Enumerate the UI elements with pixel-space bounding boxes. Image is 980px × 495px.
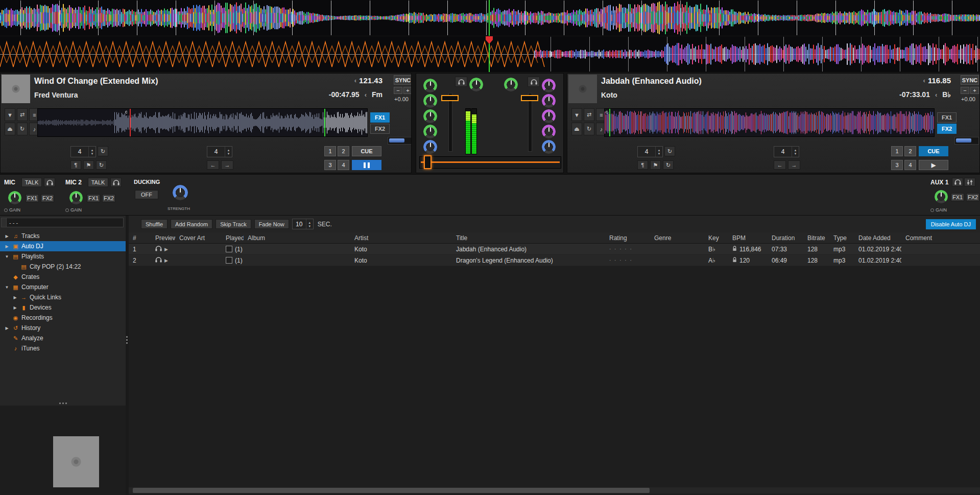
- column-header-album[interactable]: Album: [244, 234, 350, 242]
- sync-button[interactable]: SYNC: [394, 75, 412, 85]
- column-header-duration[interactable]: Duration: [768, 234, 803, 242]
- search-input[interactable]: [7, 218, 124, 227]
- deck2-cover-art[interactable]: [568, 75, 597, 103]
- scrolling-waveform-deck2[interactable]: [0, 36, 980, 72]
- skip-track-button[interactable]: Skip Track: [216, 219, 251, 229]
- preview-play-icon[interactable]: ▶: [164, 258, 168, 263]
- fx1-assign-button[interactable]: FX1: [370, 112, 390, 123]
- slip-mode-icon[interactable]: ▼: [5, 108, 15, 121]
- deck1-eq-mid-knob[interactable]: [423, 109, 437, 123]
- hotcue-flag-icon[interactable]: ⚑: [650, 160, 661, 170]
- track-title[interactable]: Jabdah (Enhanced Audio): [601, 77, 702, 86]
- cue-button[interactable]: CUE: [919, 146, 948, 156]
- mic1-fx2-button[interactable]: FX2: [41, 194, 54, 202]
- hotcue-4-button[interactable]: 4: [904, 160, 916, 170]
- cell-played[interactable]: (1): [222, 257, 244, 264]
- fader-handle[interactable]: [521, 95, 538, 101]
- loop-icon[interactable]: ↻: [17, 123, 28, 135]
- collapse-icon[interactable]: ▼: [4, 285, 10, 290]
- pitch-slider-handle[interactable]: [389, 138, 404, 143]
- cell-preview[interactable]: ▶: [151, 257, 175, 264]
- ducking-off-button[interactable]: OFF: [135, 190, 158, 199]
- played-checkbox[interactable]: [226, 246, 232, 252]
- pitch-slider[interactable]: [388, 137, 412, 145]
- mic1-fx1-button[interactable]: FX1: [26, 194, 39, 202]
- sync-button[interactable]: SYNC: [961, 75, 979, 85]
- column-header-played[interactable]: Played: [222, 234, 244, 242]
- shuffle-button[interactable]: Shuffle: [141, 219, 168, 229]
- column-header-artist[interactable]: Artist: [350, 234, 452, 242]
- expand-icon[interactable]: ▶: [12, 295, 18, 300]
- bpm-lock-icon[interactable]: [732, 257, 737, 264]
- splitter-handle[interactable]: [59, 403, 67, 404]
- sidebar-item-itunes[interactable]: ♪iTunes: [0, 343, 126, 353]
- splitter-handle[interactable]: [126, 336, 128, 344]
- deck1-volume-fader[interactable]: [441, 93, 459, 152]
- track-row[interactable]: 2▶(1)KotoDragon's Legend (Enhanced Audio…: [129, 255, 980, 266]
- fx1-assign-button[interactable]: FX1: [937, 112, 957, 123]
- track-artist[interactable]: Koto: [601, 91, 617, 99]
- loop-icon[interactable]: ↻: [584, 123, 594, 135]
- deck2-gain-knob[interactable]: [542, 79, 556, 92]
- deck1-eq-low-knob[interactable]: [423, 125, 437, 138]
- column-header-type[interactable]: Type: [829, 234, 854, 242]
- add-random-button[interactable]: Add Random: [171, 219, 212, 229]
- aux1-fx2-button[interactable]: FX2: [966, 193, 979, 201]
- column-header-cover-art[interactable]: Cover Art: [175, 234, 222, 242]
- rate-up-button[interactable]: +: [403, 87, 412, 94]
- sidebar-item-auto-dj[interactable]: ▶▣Auto DJ: [0, 241, 126, 251]
- expand-icon[interactable]: ▶: [12, 305, 18, 310]
- crossfader-handle[interactable]: [424, 155, 432, 169]
- play-pause-button[interactable]: [352, 160, 381, 170]
- fader-handle[interactable]: [441, 95, 459, 101]
- column-header-genre[interactable]: Genre: [650, 234, 704, 242]
- hotcue-3-button[interactable]: 3: [891, 160, 903, 170]
- reloop-icon[interactable]: ↻: [663, 160, 674, 170]
- search-options-button[interactable]: [1, 218, 7, 227]
- pitch-slider-handle[interactable]: [956, 138, 971, 143]
- rate-up-button[interactable]: +: [970, 87, 979, 94]
- loop-size-spinner[interactable]: 4 ▴▾: [774, 146, 799, 157]
- deck2-eq-low-knob[interactable]: [542, 125, 556, 138]
- column-header-title[interactable]: Title: [452, 234, 605, 242]
- aux1-controls-icon[interactable]: [964, 178, 975, 186]
- deck2-filter-knob[interactable]: [504, 78, 518, 91]
- expand-icon[interactable]: ▶: [4, 234, 10, 239]
- hotcue-2-button[interactable]: 2: [904, 146, 916, 156]
- ducking-strength-knob[interactable]: [173, 185, 188, 200]
- beatjump-forward-icon[interactable]: →: [221, 160, 233, 170]
- eject-icon[interactable]: ⏏: [571, 123, 582, 135]
- cell-rating[interactable]: · · · · ·: [605, 246, 650, 252]
- deck1-filter-knob[interactable]: [469, 78, 483, 91]
- quantize-icon[interactable]: ¶: [637, 160, 648, 170]
- sidebar-item-crates[interactable]: ◆Crates: [0, 272, 126, 282]
- mic2-fx2-button[interactable]: FX2: [102, 194, 115, 202]
- reloop-icon[interactable]: ↻: [96, 160, 107, 170]
- preview-headphone-icon[interactable]: [155, 246, 162, 253]
- deck1-gain-knob[interactable]: [423, 79, 437, 92]
- preview-headphone-icon[interactable]: [155, 257, 162, 264]
- column-header-date-added[interactable]: Date Added: [854, 234, 901, 242]
- column-header-preview[interactable]: Preview: [151, 234, 175, 242]
- scrollbar-thumb[interactable]: [133, 488, 650, 493]
- deck1-pfl-button[interactable]: [455, 77, 467, 87]
- sidebar-item-history[interactable]: ▶↺History: [0, 323, 126, 333]
- column-header-comment[interactable]: Comment: [901, 234, 980, 242]
- deck1-quick-effect-knob[interactable]: [423, 140, 437, 154]
- hotcue-flag-icon[interactable]: ⚑: [83, 160, 94, 170]
- mic1-headphone-button[interactable]: [44, 178, 55, 187]
- mic2-headphone-button[interactable]: [110, 178, 122, 187]
- hotcue-3-button[interactable]: 3: [324, 160, 336, 170]
- hotcue-2-button[interactable]: 2: [338, 146, 349, 156]
- slip-mode-icon[interactable]: ▼: [571, 108, 582, 121]
- deck2-quick-effect-knob[interactable]: [542, 140, 556, 154]
- sidebar-item-playlists[interactable]: ▼▤Playlists: [0, 251, 126, 262]
- play-pause-button[interactable]: ▶: [919, 160, 948, 170]
- fade-now-button[interactable]: Fade Now: [254, 219, 289, 229]
- scrolling-waveform-deck1[interactable]: [0, 0, 980, 36]
- beatloop-roll-icon[interactable]: ↻: [664, 146, 675, 156]
- collapse-icon[interactable]: ▼: [4, 254, 10, 259]
- pitch-slider[interactable]: [954, 137, 979, 145]
- cue-button[interactable]: CUE: [352, 146, 381, 156]
- fx2-assign-button[interactable]: FX2: [370, 124, 390, 134]
